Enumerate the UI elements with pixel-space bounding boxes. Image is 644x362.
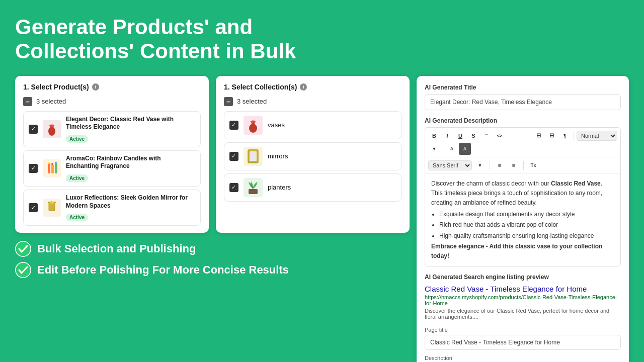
products-panel: 1. Select Product(s) i – 3 selected ✓: [15, 76, 209, 233]
products-list: ✓ Elegant Decor: Classic Red: [23, 111, 201, 226]
list-item[interactable]: ✓ planters: [224, 173, 401, 202]
products-selected-count: 3 selected: [36, 98, 66, 105]
collection-name-3: planters: [268, 184, 291, 191]
heading-dropdown[interactable]: ▼: [428, 143, 440, 155]
collection-checkbox-1[interactable]: ✓: [229, 121, 238, 130]
product-name-2: AromaCo: Rainbow Candles with Enchanting…: [66, 155, 195, 170]
collection-image-3: [244, 178, 263, 197]
page-title-input[interactable]: [425, 335, 621, 350]
toolbar-sep-4: [523, 161, 524, 170]
collection-checkbox-3[interactable]: ✓: [229, 183, 238, 192]
collection-checkbox-2[interactable]: ✓: [229, 152, 238, 161]
bg-color-button[interactable]: A: [459, 143, 471, 155]
collections-selected-count: 3 selected: [237, 98, 267, 105]
paragraph-button[interactable]: ¶: [559, 130, 571, 142]
collection-image-2: [244, 147, 263, 166]
features-section: Bulk Selection and Publishing Edit Befor…: [15, 241, 410, 278]
table-row[interactable]: ✓: [23, 150, 201, 187]
product-image-1: [43, 120, 61, 138]
svg-rect-22: [250, 151, 257, 161]
ai-desc-label: AI Generated Description: [425, 117, 621, 124]
feature-label-1: Bulk Selection and Publishing: [37, 242, 196, 255]
product-checkbox-1[interactable]: ✓: [29, 125, 38, 134]
editor-cta: Embrace elegance - Add this classic vase…: [431, 243, 602, 259]
page-title-label: Page title: [425, 327, 621, 333]
ai-content-panel: AI Generated Title AI Generated Descript…: [417, 76, 629, 362]
collections-list: ✓ vases: [224, 111, 401, 202]
strikethrough-button[interactable]: S: [467, 130, 479, 142]
collections-info-icon[interactable]: i: [300, 83, 307, 90]
seo-preview-title: Classic Red Vase - Timeless Elegance for…: [425, 285, 621, 293]
description-label: Description: [425, 355, 621, 361]
products-panel-title: 1. Select Product(s): [23, 83, 89, 91]
underline-button[interactable]: U: [454, 130, 466, 142]
outdent-button[interactable]: ⊟: [546, 130, 558, 142]
collections-panel-title: 1. Select Collection(s): [224, 83, 297, 91]
collection-name-2: mirrors: [268, 152, 288, 160]
product-checkbox-2[interactable]: ✓: [29, 164, 38, 173]
code-button[interactable]: <>: [494, 130, 506, 142]
list-item[interactable]: ✓ vases: [224, 111, 401, 139]
collections-deselect-all[interactable]: –: [224, 97, 233, 106]
products-panel-header: 1. Select Product(s) i: [23, 83, 201, 91]
align-left-button[interactable]: ≡: [494, 159, 506, 171]
editor-bullet-3: High-quality craftsmanship ensuring long…: [439, 231, 614, 241]
products-info-icon[interactable]: i: [92, 83, 99, 90]
svg-rect-7: [55, 163, 57, 173]
seo-preview-desc: Discover the elegance of our Classic Red…: [425, 308, 621, 320]
svg-rect-6: [51, 164, 54, 173]
font-dropdown[interactable]: ▼: [474, 159, 486, 171]
left-panels: 1. Select Product(s) i – 3 selected ✓: [15, 76, 410, 362]
products-deselect-all[interactable]: –: [23, 97, 32, 106]
product-checkbox-3[interactable]: ✓: [29, 203, 38, 212]
product-badge-2: Active: [66, 174, 88, 182]
product-name-3: Luxor Reflections: Sleek Golden Mirror f…: [66, 194, 195, 210]
collections-panel-header: 1. Select Collection(s) i: [224, 83, 401, 91]
ai-title-input[interactable]: [425, 94, 621, 110]
product-info-1: Elegant Decor: Classic Red Vase with Tim…: [66, 116, 195, 143]
font-select[interactable]: Sans Serif Serif Monospace: [428, 160, 472, 170]
blockquote-button[interactable]: ": [480, 130, 493, 142]
toolbar-sep-3: [490, 161, 490, 170]
collections-selected-row: – 3 selected: [224, 97, 401, 106]
feature-item-2: Edit Before Polishing For More Concise R…: [15, 262, 410, 278]
svg-point-8: [48, 162, 50, 164]
collection-name-1: vases: [268, 121, 285, 129]
clear-format-button[interactable]: Tx: [527, 159, 539, 171]
product-image-2: [43, 159, 61, 177]
svg-point-26: [16, 241, 31, 256]
product-info-2: AromaCo: Rainbow Candles with Enchanting…: [66, 155, 195, 182]
ul-button[interactable]: ≡: [507, 130, 519, 142]
editor-bold-text: Classic Red Vase: [551, 180, 601, 187]
editor-bullet-2: Rich red hue that adds a vibrant pop of …: [439, 220, 614, 230]
products-selected-row: – 3 selected: [23, 97, 201, 106]
svg-point-9: [51, 163, 53, 165]
indent-button[interactable]: ⊟: [533, 130, 545, 142]
table-row[interactable]: ✓ Elegant Decor: Classic Red: [23, 111, 201, 147]
product-name-1: Elegant Decor: Classic Red Vase with Tim…: [66, 116, 195, 131]
product-badge-1: Active: [66, 135, 88, 143]
svg-rect-5: [48, 163, 50, 173]
toolbar-row-2: Sans Serif Serif Monospace ▼ ≡ ≡ Tx: [425, 157, 620, 174]
svg-point-27: [16, 262, 31, 278]
list-item[interactable]: ✓ mirrors: [224, 142, 401, 170]
bold-button[interactable]: B: [428, 130, 440, 142]
heading-select[interactable]: Normal Heading 1 Heading 2: [577, 131, 617, 141]
editor-content[interactable]: Discover the charm of classic decor with…: [425, 174, 620, 266]
main-container: Generate Products' and Collections' Cont…: [0, 0, 644, 362]
ol-button[interactable]: ≡: [520, 130, 532, 142]
italic-button[interactable]: I: [441, 130, 453, 142]
table-row[interactable]: ✓ Luxor Re: [23, 190, 201, 226]
toolbar-row-1: B I U S " <> ≡ ≡ ⊟ ⊟ ¶ Normal Heading 1 …: [425, 128, 620, 157]
seo-section-label: AI Generated Search engine listing previ…: [425, 274, 621, 281]
editor-bullet-1: Exquisite design that complements any de…: [439, 210, 614, 219]
seo-preview-url: https://hmaccs.myshopify.com/products/Cl…: [425, 294, 621, 306]
feature-item-1: Bulk Selection and Publishing: [15, 241, 410, 257]
text-color-button[interactable]: A: [446, 143, 458, 155]
align-center-button[interactable]: ≡: [508, 159, 520, 171]
toolbar-sep-1: [574, 131, 574, 140]
collections-panel: 1. Select Collection(s) i – 3 selected ✓: [216, 76, 410, 233]
collection-image-1: [244, 116, 263, 135]
hero-title: Generate Products' and Collections' Cont…: [15, 15, 367, 64]
svg-point-3: [49, 124, 54, 127]
